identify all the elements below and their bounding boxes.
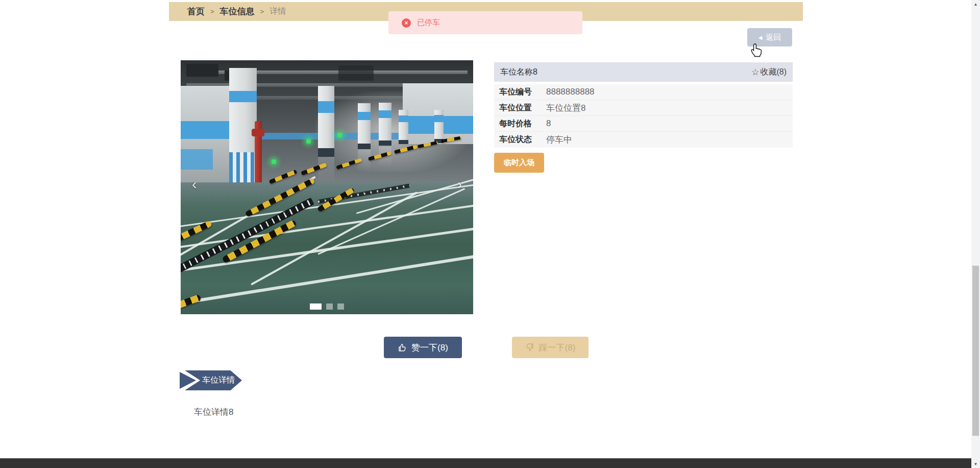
green-indicator-light <box>306 139 311 144</box>
garage-pillar <box>434 110 444 143</box>
info-rows: 车位编号 8888888888 车位位置 车位位置8 每时价格 8 车位状态 停… <box>494 84 793 148</box>
ceiling-vent <box>186 64 218 77</box>
info-row-status: 车位状态 停车中 <box>494 132 793 148</box>
garage-pillar <box>379 103 391 146</box>
dislike-label: 踩一下(8) <box>539 342 576 354</box>
detail-ribbon: 车位详情 <box>180 370 242 390</box>
back-button-label: 返回 <box>766 33 781 42</box>
page-footer <box>0 458 980 468</box>
info-row-location: 车位位置 车位位置8 <box>494 100 793 116</box>
breadcrumb-home[interactable]: 首页 <box>187 6 205 17</box>
photo-carousel: ‹ › <box>181 60 473 314</box>
row-value: 8 <box>546 119 551 129</box>
green-indicator-light <box>272 159 276 164</box>
row-label: 车位状态 <box>499 134 546 145</box>
garage-pillar <box>358 103 371 149</box>
carousel-indicators <box>181 303 473 310</box>
scroll-up-arrow-icon[interactable]: ▲ <box>971 0 980 8</box>
error-circle-icon: × <box>402 18 411 28</box>
row-value: 停车中 <box>546 134 572 146</box>
garage-pillar <box>318 86 334 157</box>
row-label: 每时价格 <box>499 119 546 129</box>
favorite-button[interactable]: ☆ 收藏(8) <box>751 67 787 78</box>
page: 首页 > 车位信息 > 详情 × 已停车 ◀ 返回 <box>0 0 980 468</box>
dislike-button[interactable]: 踩一下(8) <box>512 337 589 358</box>
green-indicator-light <box>337 133 342 137</box>
garage-pillar <box>399 110 408 144</box>
breadcrumb-section[interactable]: 车位信息 <box>220 6 255 17</box>
panel-header: 车位名称8 ☆ 收藏(8) <box>494 62 793 82</box>
floor-reflection <box>318 157 334 182</box>
star-icon: ☆ <box>751 67 759 78</box>
scroll-down-arrow-icon[interactable]: ▼ <box>971 460 980 468</box>
detail-content: 车位详情8 <box>194 406 233 418</box>
wall-blue-band <box>181 121 236 139</box>
carousel-indicator-2[interactable] <box>326 303 333 310</box>
carousel-prev-button[interactable]: ‹ <box>192 177 197 192</box>
parking-info-panel: 车位名称8 ☆ 收藏(8) 车位编号 8888888888 车位位置 车位位置8… <box>494 62 793 148</box>
thumb-down-icon <box>525 343 534 352</box>
favorite-label: 收藏(8) <box>760 67 787 78</box>
thumb-up-icon <box>398 343 407 352</box>
like-label: 赞一下(8) <box>411 342 448 354</box>
row-value: 车位位置8 <box>546 102 585 114</box>
vertical-scrollbar[interactable]: ▲ ▼ <box>971 0 980 468</box>
fire-hydrant-valve <box>252 129 264 136</box>
row-label: 车位位置 <box>499 103 546 113</box>
carousel-indicator-1[interactable] <box>310 303 322 310</box>
info-row-price: 每时价格 8 <box>494 116 793 132</box>
scrollbar-thumb[interactable] <box>972 266 979 436</box>
breadcrumb-separator: > <box>210 8 214 15</box>
toast-message: × 已停车 <box>388 11 582 34</box>
row-label: 车位编号 <box>499 87 546 98</box>
back-arrow-icon: ◀ <box>758 35 763 40</box>
parking-name: 车位名称8 <box>500 67 537 78</box>
ceiling-vent <box>338 65 374 81</box>
temporary-entry-button[interactable]: 临时入场 <box>494 153 544 173</box>
wall-blue-band <box>181 149 213 170</box>
garage-pillar <box>229 68 257 182</box>
carousel-next-button[interactable]: › <box>457 177 462 192</box>
breadcrumb-current: 详情 <box>270 6 286 17</box>
like-button[interactable]: 赞一下(8) <box>384 337 462 358</box>
mouse-cursor-icon <box>750 43 763 57</box>
info-row-number: 车位编号 8888888888 <box>494 84 793 100</box>
breadcrumb-separator: > <box>260 8 264 15</box>
toast-text: 已停车 <box>417 18 440 28</box>
carousel-indicator-3[interactable] <box>337 303 344 310</box>
row-value: 8888888888 <box>546 87 595 97</box>
